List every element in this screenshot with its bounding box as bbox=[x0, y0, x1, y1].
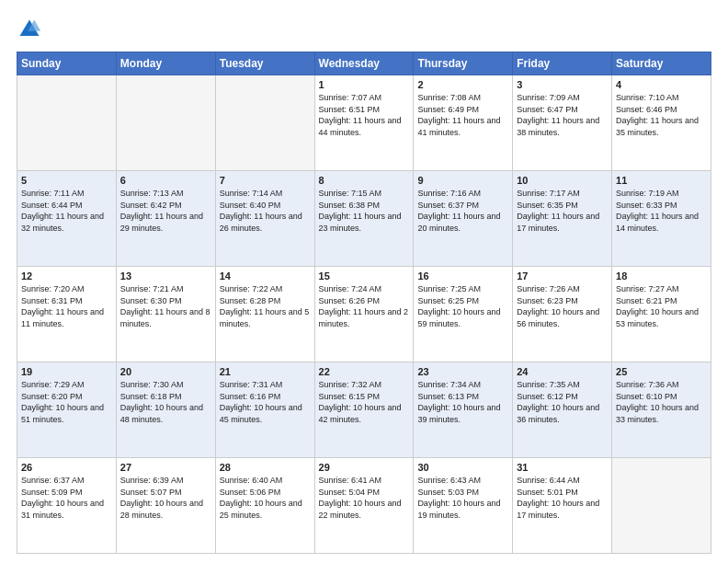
calendar-cell: 25Sunrise: 7:36 AM Sunset: 6:10 PM Dayli… bbox=[612, 362, 711, 458]
calendar-header-saturday: Saturday bbox=[612, 52, 711, 75]
day-number: 5 bbox=[21, 175, 112, 186]
day-info: Sunrise: 7:22 AM Sunset: 6:28 PM Dayligh… bbox=[220, 283, 311, 329]
header bbox=[17, 17, 711, 42]
day-number: 29 bbox=[319, 462, 410, 473]
day-info: Sunrise: 7:31 AM Sunset: 6:16 PM Dayligh… bbox=[220, 379, 311, 425]
calendar-cell: 20Sunrise: 7:30 AM Sunset: 6:18 PM Dayli… bbox=[116, 362, 215, 458]
logo bbox=[17, 17, 46, 42]
day-number: 17 bbox=[517, 270, 608, 282]
day-info: Sunrise: 6:37 AM Sunset: 5:09 PM Dayligh… bbox=[21, 475, 112, 521]
day-number: 31 bbox=[517, 462, 608, 473]
calendar-cell bbox=[612, 458, 711, 554]
day-info: Sunrise: 7:25 AM Sunset: 6:25 PM Dayligh… bbox=[417, 283, 508, 329]
day-info: Sunrise: 6:39 AM Sunset: 5:07 PM Dayligh… bbox=[120, 475, 211, 521]
calendar-header-sunday: Sunday bbox=[17, 52, 117, 75]
calendar-cell: 3Sunrise: 7:09 AM Sunset: 6:47 PM Daylig… bbox=[513, 75, 612, 171]
day-info: Sunrise: 7:27 AM Sunset: 6:21 PM Dayligh… bbox=[616, 283, 707, 329]
calendar-cell: 11Sunrise: 7:19 AM Sunset: 6:33 PM Dayli… bbox=[612, 171, 711, 267]
day-number: 9 bbox=[417, 175, 508, 186]
page: SundayMondayTuesdayWednesdayThursdayFrid… bbox=[0, 0, 728, 563]
calendar-cell bbox=[17, 75, 117, 171]
calendar-cell: 31Sunrise: 6:44 AM Sunset: 5:01 PM Dayli… bbox=[513, 458, 612, 554]
day-info: Sunrise: 6:43 AM Sunset: 5:03 PM Dayligh… bbox=[417, 475, 508, 521]
calendar-cell: 24Sunrise: 7:35 AM Sunset: 6:12 PM Dayli… bbox=[513, 362, 612, 458]
day-number: 20 bbox=[120, 366, 211, 377]
day-info: Sunrise: 7:35 AM Sunset: 6:12 PM Dayligh… bbox=[517, 379, 608, 425]
day-number: 27 bbox=[120, 462, 211, 473]
day-info: Sunrise: 7:32 AM Sunset: 6:15 PM Dayligh… bbox=[319, 379, 410, 425]
day-number: 11 bbox=[616, 175, 707, 186]
calendar-cell: 2Sunrise: 7:08 AM Sunset: 6:49 PM Daylig… bbox=[414, 75, 513, 171]
calendar-header-thursday: Thursday bbox=[414, 52, 513, 75]
calendar-header-monday: Monday bbox=[116, 52, 215, 75]
day-info: Sunrise: 7:13 AM Sunset: 6:42 PM Dayligh… bbox=[120, 188, 211, 234]
calendar-cell: 14Sunrise: 7:22 AM Sunset: 6:28 PM Dayli… bbox=[215, 267, 314, 362]
calendar-cell: 29Sunrise: 6:41 AM Sunset: 5:04 PM Dayli… bbox=[314, 458, 414, 554]
calendar-cell: 7Sunrise: 7:14 AM Sunset: 6:40 PM Daylig… bbox=[215, 171, 314, 267]
day-number: 28 bbox=[220, 462, 311, 473]
calendar-cell: 23Sunrise: 7:34 AM Sunset: 6:13 PM Dayli… bbox=[414, 362, 513, 458]
day-number: 23 bbox=[417, 366, 508, 377]
day-info: Sunrise: 7:10 AM Sunset: 6:46 PM Dayligh… bbox=[616, 92, 707, 138]
calendar-week-row: 12Sunrise: 7:20 AM Sunset: 6:31 PM Dayli… bbox=[17, 267, 711, 362]
calendar-header-friday: Friday bbox=[513, 52, 612, 75]
day-number: 6 bbox=[120, 175, 211, 186]
day-number: 30 bbox=[417, 462, 508, 473]
day-number: 15 bbox=[319, 270, 410, 282]
calendar-cell: 26Sunrise: 6:37 AM Sunset: 5:09 PM Dayli… bbox=[17, 458, 117, 554]
day-number: 22 bbox=[319, 366, 410, 377]
logo-icon bbox=[17, 17, 42, 42]
calendar-cell: 27Sunrise: 6:39 AM Sunset: 5:07 PM Dayli… bbox=[116, 458, 215, 554]
calendar-cell: 4Sunrise: 7:10 AM Sunset: 6:46 PM Daylig… bbox=[612, 75, 711, 171]
day-number: 2 bbox=[417, 79, 508, 90]
day-info: Sunrise: 7:11 AM Sunset: 6:44 PM Dayligh… bbox=[21, 188, 112, 234]
day-info: Sunrise: 7:14 AM Sunset: 6:40 PM Dayligh… bbox=[220, 188, 311, 234]
day-info: Sunrise: 7:30 AM Sunset: 6:18 PM Dayligh… bbox=[120, 379, 211, 425]
day-number: 14 bbox=[220, 270, 311, 282]
day-info: Sunrise: 7:34 AM Sunset: 6:13 PM Dayligh… bbox=[417, 379, 508, 425]
day-info: Sunrise: 7:16 AM Sunset: 6:37 PM Dayligh… bbox=[417, 188, 508, 234]
day-number: 13 bbox=[120, 270, 211, 282]
day-info: Sunrise: 7:21 AM Sunset: 6:30 PM Dayligh… bbox=[120, 283, 211, 329]
calendar-cell: 6Sunrise: 7:13 AM Sunset: 6:42 PM Daylig… bbox=[116, 171, 215, 267]
calendar-week-row: 1Sunrise: 7:07 AM Sunset: 6:51 PM Daylig… bbox=[17, 75, 711, 171]
calendar-cell: 30Sunrise: 6:43 AM Sunset: 5:03 PM Dayli… bbox=[414, 458, 513, 554]
calendar-cell: 10Sunrise: 7:17 AM Sunset: 6:35 PM Dayli… bbox=[513, 171, 612, 267]
day-number: 8 bbox=[319, 175, 410, 186]
calendar-cell: 22Sunrise: 7:32 AM Sunset: 6:15 PM Dayli… bbox=[314, 362, 414, 458]
calendar-cell: 12Sunrise: 7:20 AM Sunset: 6:31 PM Dayli… bbox=[17, 267, 117, 362]
calendar-cell: 9Sunrise: 7:16 AM Sunset: 6:37 PM Daylig… bbox=[414, 171, 513, 267]
calendar-header-tuesday: Tuesday bbox=[215, 52, 314, 75]
calendar-cell bbox=[116, 75, 215, 171]
day-number: 19 bbox=[21, 366, 112, 377]
day-number: 10 bbox=[517, 175, 608, 186]
day-info: Sunrise: 7:17 AM Sunset: 6:35 PM Dayligh… bbox=[517, 188, 608, 234]
calendar-cell: 15Sunrise: 7:24 AM Sunset: 6:26 PM Dayli… bbox=[314, 267, 414, 362]
day-number: 16 bbox=[417, 270, 508, 282]
day-info: Sunrise: 7:09 AM Sunset: 6:47 PM Dayligh… bbox=[517, 92, 608, 138]
calendar-cell: 13Sunrise: 7:21 AM Sunset: 6:30 PM Dayli… bbox=[116, 267, 215, 362]
calendar-cell bbox=[215, 75, 314, 171]
day-number: 3 bbox=[517, 79, 608, 90]
day-number: 25 bbox=[616, 366, 707, 377]
calendar-cell: 8Sunrise: 7:15 AM Sunset: 6:38 PM Daylig… bbox=[314, 171, 414, 267]
calendar-cell: 21Sunrise: 7:31 AM Sunset: 6:16 PM Dayli… bbox=[215, 362, 314, 458]
day-info: Sunrise: 7:07 AM Sunset: 6:51 PM Dayligh… bbox=[319, 92, 410, 138]
calendar-header-wednesday: Wednesday bbox=[314, 52, 414, 75]
day-info: Sunrise: 6:41 AM Sunset: 5:04 PM Dayligh… bbox=[319, 475, 410, 521]
day-number: 7 bbox=[220, 175, 311, 186]
day-info: Sunrise: 7:29 AM Sunset: 6:20 PM Dayligh… bbox=[21, 379, 112, 425]
day-info: Sunrise: 7:24 AM Sunset: 6:26 PM Dayligh… bbox=[319, 283, 410, 329]
day-info: Sunrise: 6:44 AM Sunset: 5:01 PM Dayligh… bbox=[517, 475, 608, 521]
day-info: Sunrise: 7:19 AM Sunset: 6:33 PM Dayligh… bbox=[616, 188, 707, 234]
calendar-week-row: 19Sunrise: 7:29 AM Sunset: 6:20 PM Dayli… bbox=[17, 362, 711, 458]
day-info: Sunrise: 7:15 AM Sunset: 6:38 PM Dayligh… bbox=[319, 188, 410, 234]
day-number: 12 bbox=[21, 270, 112, 282]
calendar-week-row: 26Sunrise: 6:37 AM Sunset: 5:09 PM Dayli… bbox=[17, 458, 711, 554]
day-number: 21 bbox=[220, 366, 311, 377]
calendar-cell: 28Sunrise: 6:40 AM Sunset: 5:06 PM Dayli… bbox=[215, 458, 314, 554]
day-info: Sunrise: 6:40 AM Sunset: 5:06 PM Dayligh… bbox=[220, 475, 311, 521]
calendar-header-row: SundayMondayTuesdayWednesdayThursdayFrid… bbox=[17, 52, 711, 75]
day-info: Sunrise: 7:26 AM Sunset: 6:23 PM Dayligh… bbox=[517, 283, 608, 329]
calendar-week-row: 5Sunrise: 7:11 AM Sunset: 6:44 PM Daylig… bbox=[17, 171, 711, 267]
